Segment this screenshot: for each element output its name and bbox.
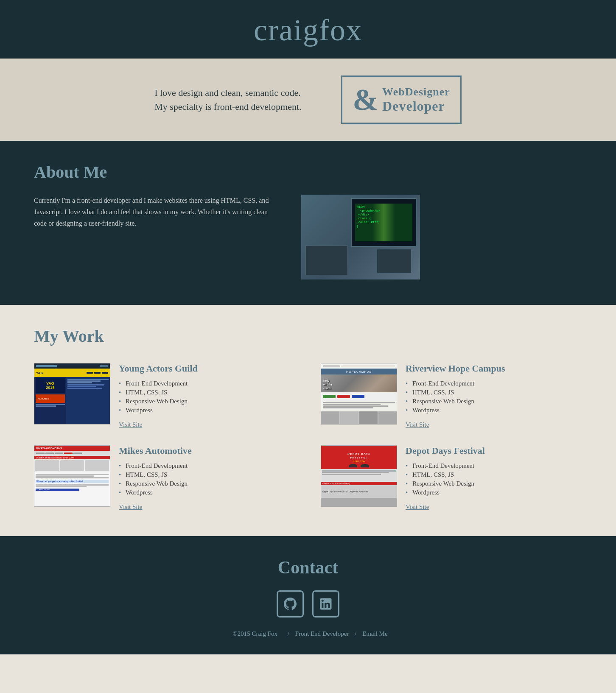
work-title-depot: Depot Days Festival — [406, 445, 485, 456]
about-body: Currently I'm a front-end developer and … — [34, 195, 280, 229]
site-header: craigfox — [0, 0, 616, 59]
list-item: Wordpress — [406, 406, 505, 415]
list-item: Responsive Web Design — [406, 397, 505, 406]
list-item: Front-End Development — [406, 379, 505, 388]
github-button[interactable] — [277, 590, 304, 618]
linkedin-button[interactable] — [312, 590, 339, 618]
visit-site-yag[interactable]: Visit Site — [119, 421, 142, 428]
about-heading: About Me — [34, 162, 582, 182]
work-title-mikes: Mikes Automotive — [119, 445, 192, 456]
visit-site-depot[interactable]: Visit Site — [406, 503, 429, 510]
footer-email-link[interactable]: Email Me — [362, 630, 388, 637]
list-item: HTML, CSS, JS — [406, 388, 505, 397]
about-photo: <div> <p>code</p> </div>.class { color: … — [301, 195, 420, 279]
work-item-mikes: MIKE'S AUTOMOTIVE Quality General Auto R… — [34, 445, 295, 511]
work-grid: YAG YAG2015 THE H — [34, 363, 582, 511]
footer-divider2: / — [355, 630, 358, 637]
screenshot-mikes: MIKE'S AUTOMOTIVE Quality General Auto R… — [34, 445, 110, 507]
hero-badge: & WebDesigner Developer — [341, 75, 462, 124]
work-info-mikes: Mikes Automotive Front-End Development H… — [119, 445, 192, 511]
contact-heading: Contact — [34, 557, 582, 578]
work-info-hope: Riverview Hope Campus Front-End Developm… — [406, 363, 505, 428]
badge-line2: Developer — [382, 98, 450, 114]
work-heading: My Work — [34, 326, 582, 346]
list-item: Responsive Web Design — [406, 479, 485, 488]
work-list-depot: Front-End Development HTML, CSS, JS Resp… — [406, 461, 485, 497]
list-item: Responsive Web Design — [119, 397, 198, 406]
about-content: Currently I'm a front-end developer and … — [34, 195, 582, 279]
github-icon — [283, 596, 298, 612]
footer-role-link[interactable]: Front End Developer — [295, 630, 349, 637]
visit-site-hope[interactable]: Visit Site — [406, 421, 429, 428]
list-item: Responsive Web Design — [119, 479, 192, 488]
contact-section: Contact ©2015 Craig Fox / Front End Deve… — [0, 536, 616, 654]
screenshot-hope: HOPECAMPUS helpwithinreach — [321, 363, 397, 425]
hero-section: I love design and clean, semantic code. … — [0, 59, 616, 141]
work-item-hope: HOPECAMPUS helpwithinreach — [321, 363, 582, 428]
visit-site-mikes[interactable]: Visit Site — [119, 503, 142, 510]
work-title-hope: Riverview Hope Campus — [406, 363, 505, 374]
screenshot-depot: DEPOT DAYSFESTIVAL SEPT 27th Great fu — [321, 445, 397, 507]
badge-ampersand: & — [353, 84, 378, 115]
list-item: HTML, CSS, JS — [119, 388, 198, 397]
list-item: Front-End Development — [119, 461, 192, 470]
about-section: About Me Currently I'm a front-end devel… — [0, 141, 616, 305]
list-item: HTML, CSS, JS — [119, 470, 192, 479]
work-list-yag: Front-End Development HTML, CSS, JS Resp… — [119, 379, 198, 415]
badge-text: WebDesigner Developer — [382, 86, 450, 114]
footer-copyright: ©2015 Craig Fox — [232, 630, 277, 637]
footer-links: ©2015 Craig Fox / Front End Developer / … — [34, 630, 582, 637]
list-item: Wordpress — [406, 488, 485, 497]
screenshot-yag: YAG YAG2015 THE H — [34, 363, 110, 425]
list-item: Wordpress — [119, 488, 192, 497]
linkedin-icon — [318, 596, 333, 612]
footer-divider1: / — [288, 630, 291, 637]
work-title-yag: Young Actors Guild — [119, 363, 198, 374]
work-section: My Work YAG — [0, 305, 616, 536]
list-item: Front-End Development — [119, 379, 198, 388]
work-info-depot: Depot Days Festival Front-End Developmen… — [406, 445, 485, 511]
list-item: HTML, CSS, JS — [406, 470, 485, 479]
hero-tagline: I love design and clean, semantic code. … — [154, 86, 316, 114]
work-list-hope: Front-End Development HTML, CSS, JS Resp… — [406, 379, 505, 415]
work-item-depot: DEPOT DAYSFESTIVAL SEPT 27th Great fu — [321, 445, 582, 511]
list-item: Front-End Development — [406, 461, 485, 470]
contact-icons — [34, 590, 582, 618]
work-info-yag: Young Actors Guild Front-End Development… — [119, 363, 198, 428]
work-list-mikes: Front-End Development HTML, CSS, JS Resp… — [119, 461, 192, 497]
site-title: craigfox — [8, 13, 608, 48]
badge-line1: WebDesigner — [382, 86, 450, 98]
list-item: Wordpress — [119, 406, 198, 415]
work-item-yag: YAG YAG2015 THE H — [34, 363, 295, 428]
